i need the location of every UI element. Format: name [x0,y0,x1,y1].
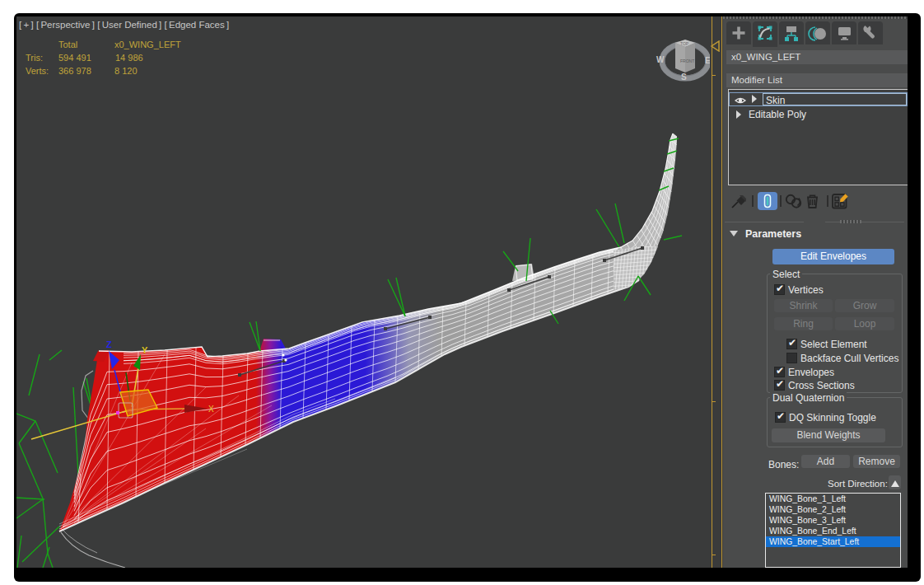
svg-text:S: S [681,73,687,82]
svg-text:W: W [656,55,665,64]
svg-text:FRONT: FRONT [680,58,694,63]
svg-text:X: X [208,405,214,414]
svg-text:TOP: TOP [680,41,689,46]
svg-text:Z: Z [106,339,112,349]
svg-text:Y: Y [142,345,148,355]
